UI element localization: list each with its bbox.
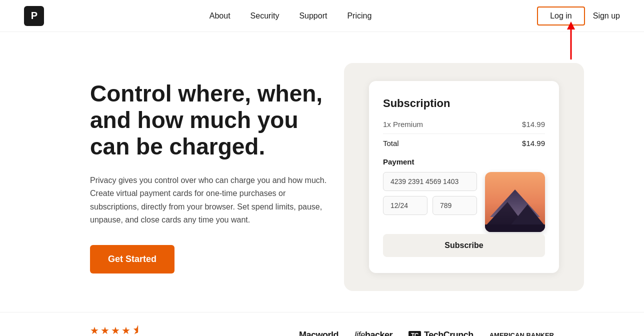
card-total: Total $14.99 — [383, 134, 545, 148]
hero-description: Privacy gives you control over who can c… — [90, 174, 330, 227]
techcrunch-logo: TCTechCrunch — [408, 330, 474, 336]
logo[interactable]: P — [24, 6, 44, 26]
star-2: ★ — [100, 324, 110, 336]
star-half: ⯨ — [132, 324, 142, 336]
line-item-label: 1x Premium — [383, 120, 423, 128]
get-started-button[interactable]: Get Started — [90, 245, 174, 274]
payment-label: Payment — [383, 158, 545, 166]
press-logos: Macworld lifehacker TCTechCrunch AMERICA… — [299, 330, 554, 336]
nav-security[interactable]: Security — [250, 12, 280, 20]
nav-pricing[interactable]: Pricing — [347, 12, 372, 20]
line-item-price: $14.99 — [522, 120, 545, 128]
card-line-item: 1x Premium $14.99 — [383, 120, 545, 128]
hero-right: Subscription 1x Premium $14.99 Total $14… — [344, 63, 584, 291]
total-price: $14.99 — [522, 139, 545, 148]
subscription-card: Subscription 1x Premium $14.99 Total $14… — [369, 81, 559, 273]
stars-area: ★ ★ ★ ★ ⯨ 100,000+ Users on Google Chrom… — [90, 324, 220, 336]
navbar: P About Security Support Pricing Log in … — [0, 0, 644, 32]
login-button[interactable]: Log in — [537, 6, 585, 26]
mountain-thumbnail — [485, 172, 545, 232]
tc-box: TC — [408, 331, 421, 336]
total-label: Total — [383, 139, 399, 148]
lifehacker-logo: lifehacker — [354, 330, 392, 336]
hero-title: Control where, when, and how much you ca… — [90, 80, 330, 160]
signup-button[interactable]: Sign up — [593, 12, 620, 20]
american-banker-logo: AMERICAN BANKER — [490, 332, 554, 336]
card-expiry-cvv-row: 12/24 789 — [383, 196, 477, 215]
card-title: Subscription — [383, 97, 545, 110]
bottom-bar: ★ ★ ★ ★ ⯨ 100,000+ Users on Google Chrom… — [0, 312, 644, 336]
star-3: ★ — [111, 324, 120, 336]
svg-rect-6 — [485, 224, 545, 232]
star-4: ★ — [122, 324, 130, 336]
hero-left: Control where, when, and how much you ca… — [90, 80, 330, 273]
expiry-field[interactable]: 12/24 — [383, 196, 428, 215]
nav-auth: Log in Sign up — [537, 6, 620, 26]
hero-section: Control where, when, and how much you ca… — [0, 32, 644, 312]
nav-about[interactable]: About — [210, 12, 230, 20]
payment-fields: 4239 2391 4569 1403 12/24 789 — [383, 172, 477, 215]
subscribe-button[interactable]: Subscribe — [383, 234, 545, 257]
cvv-field[interactable]: 789 — [432, 196, 477, 215]
card-number-field[interactable]: 4239 2391 4569 1403 — [383, 172, 477, 191]
payment-area: 4239 2391 4569 1403 12/24 789 — [383, 172, 545, 232]
nav-support[interactable]: Support — [299, 12, 327, 20]
nav-links: About Security Support Pricing — [210, 12, 372, 20]
star-1: ★ — [90, 324, 99, 336]
macworld-logo: Macworld — [299, 330, 338, 336]
star-rating: ★ ★ ★ ★ ⯨ — [90, 324, 220, 336]
